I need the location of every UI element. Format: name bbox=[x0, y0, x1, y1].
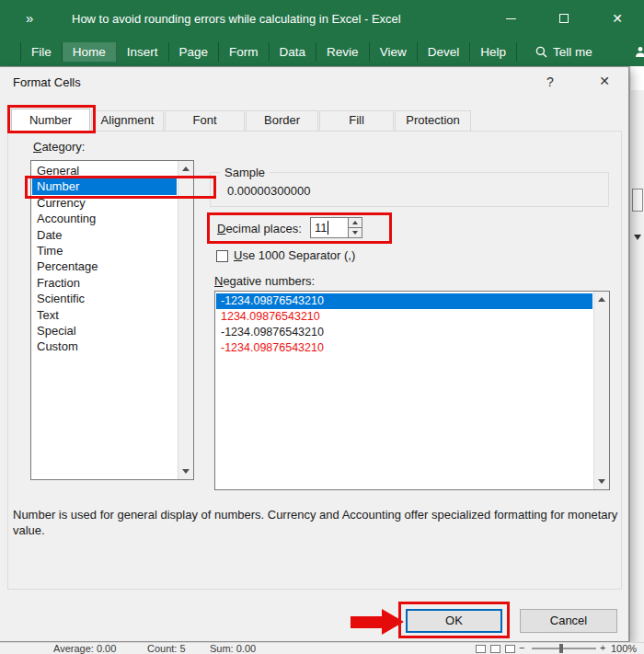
page-break-view-button[interactable] bbox=[505, 645, 515, 653]
status-average: Average: 0.00 bbox=[53, 643, 116, 654]
close-button[interactable]: ✕ bbox=[591, 0, 644, 37]
search-icon bbox=[535, 46, 547, 58]
category-item-custom[interactable]: Custom bbox=[32, 338, 177, 354]
window-controls: ✕ bbox=[484, 0, 644, 37]
category-scrollbar[interactable] bbox=[178, 161, 193, 479]
triangle-up-icon bbox=[352, 221, 358, 224]
ok-button[interactable]: OK bbox=[406, 609, 502, 633]
negative-numbers-scrollbar[interactable] bbox=[593, 292, 609, 489]
decimal-places-input[interactable]: 11 bbox=[310, 217, 362, 238]
category-item-date[interactable]: Date bbox=[32, 227, 177, 243]
view-shortcuts bbox=[476, 645, 515, 653]
scroll-down-button[interactable] bbox=[178, 464, 193, 479]
spin-up-button[interactable] bbox=[349, 218, 362, 228]
close-icon: ✕ bbox=[612, 11, 623, 26]
triangle-down-icon bbox=[352, 231, 358, 235]
negative-numbers-label: Negative numbers: bbox=[214, 274, 315, 288]
share-button[interactable]: Share bbox=[629, 42, 644, 62]
screen: » How to avoid rounding errors while cal… bbox=[0, 0, 644, 654]
use-1000-separator-label: Use 1000 Separator (,) bbox=[234, 248, 355, 262]
status-sum: Sum: 0.00 bbox=[210, 643, 256, 654]
ribbon-tab-file[interactable]: File bbox=[20, 42, 63, 62]
ribbon-tab-formulas[interactable]: Form bbox=[219, 42, 270, 62]
format-description: Number is used for general display of nu… bbox=[13, 507, 622, 538]
triangle-up-icon bbox=[598, 297, 605, 302]
negative-numbers-listbox[interactable]: -1234.09876543210 1234.09876543210 -1234… bbox=[214, 291, 610, 490]
negative-option-red[interactable]: 1234.09876543210 bbox=[216, 309, 592, 325]
page-layout-view-button[interactable] bbox=[490, 645, 500, 653]
zoom-level[interactable]: 100% bbox=[611, 643, 637, 654]
ribbon-tab-view[interactable]: View bbox=[370, 42, 418, 62]
decimal-places-spinner bbox=[348, 218, 362, 237]
dialog-tab-border[interactable]: Border bbox=[246, 110, 318, 132]
ribbon-tab-review[interactable]: Revie bbox=[316, 42, 370, 62]
spin-down-button[interactable] bbox=[349, 228, 362, 237]
maximize-icon bbox=[559, 14, 569, 23]
category-item-scientific[interactable]: Scientific bbox=[32, 291, 177, 306]
tell-me-label: Tell me bbox=[553, 45, 592, 59]
scroll-up-button[interactable] bbox=[594, 292, 609, 307]
annotation-arrow-head-icon bbox=[382, 609, 404, 635]
minimize-icon bbox=[506, 18, 516, 19]
sample-groupbox: Sample 0.00000300000 bbox=[210, 172, 609, 207]
cancel-button[interactable]: Cancel bbox=[520, 609, 617, 633]
negative-numbers-items: -1234.09876543210 1234.09876543210 -1234… bbox=[216, 293, 592, 356]
negative-option-selected[interactable]: -1234.09876543210 bbox=[216, 293, 592, 309]
status-bar: Average: 0.00 Count: 5 Sum: 0.00 − + 100… bbox=[0, 642, 644, 654]
sample-value: 0.00000300000 bbox=[227, 184, 310, 198]
zoom-slider[interactable] bbox=[532, 648, 596, 649]
scrollbar-thumb[interactable] bbox=[632, 189, 643, 212]
dialog-title: Format Cells bbox=[13, 75, 81, 89]
scroll-down-button[interactable] bbox=[594, 474, 609, 489]
dialog-tab-protection[interactable]: Protection bbox=[395, 110, 471, 132]
dialog-close-button[interactable]: ✕ bbox=[587, 70, 622, 93]
category-item-currency[interactable]: Currency bbox=[32, 195, 177, 211]
ribbon-tab-home[interactable]: Home bbox=[63, 42, 117, 62]
category-listbox[interactable]: General Number Currency Accounting Date … bbox=[30, 160, 194, 480]
dialog-tab-number[interactable]: Number bbox=[11, 109, 90, 132]
scrollbar-arrow-icon[interactable] bbox=[634, 235, 641, 240]
triangle-up-icon bbox=[182, 166, 190, 171]
category-item-percentage[interactable]: Percentage bbox=[32, 258, 177, 274]
normal-view-button[interactable] bbox=[476, 645, 486, 653]
minimize-button[interactable] bbox=[484, 0, 537, 37]
zoom-out-button[interactable]: − bbox=[519, 642, 524, 653]
status-count: Count: 5 bbox=[147, 643, 186, 654]
maximize-button[interactable] bbox=[537, 0, 591, 37]
ribbon-tab-developer[interactable]: Devel bbox=[418, 42, 471, 62]
zoom-slider-thumb[interactable] bbox=[559, 644, 563, 653]
category-item-accounting[interactable]: Accounting bbox=[32, 211, 177, 226]
dialog-help-button[interactable]: ? bbox=[537, 71, 563, 93]
ribbon-display-options-icon[interactable]: » bbox=[26, 10, 31, 26]
category-item-special[interactable]: Special bbox=[32, 323, 177, 338]
zoom-in-button[interactable]: + bbox=[600, 642, 605, 653]
negative-option-red-minus[interactable]: -1234.09876543210 bbox=[216, 340, 592, 356]
window-titlebar: » How to avoid rounding errors while cal… bbox=[0, 0, 644, 37]
negative-option-black[interactable]: -1234.09876543210 bbox=[216, 325, 592, 340]
triangle-down-icon bbox=[182, 469, 190, 474]
text-cursor bbox=[328, 221, 328, 235]
triangle-down-icon bbox=[598, 479, 605, 484]
ribbon-tab-help[interactable]: Help bbox=[470, 42, 517, 62]
category-item-fraction[interactable]: Fraction bbox=[32, 275, 177, 291]
category-item-text[interactable]: Text bbox=[32, 307, 177, 323]
worksheet-scrollbar-strip bbox=[629, 66, 644, 642]
decimal-places-value: 11 bbox=[315, 221, 328, 235]
scroll-up-button[interactable] bbox=[178, 161, 193, 177]
dialog-tab-alignment[interactable]: Alignment bbox=[91, 110, 164, 132]
window-title: How to avoid rounding errors while calcu… bbox=[72, 12, 401, 26]
dialog-tab-fill[interactable]: Fill bbox=[319, 110, 394, 132]
ribbon-tab-data[interactable]: Data bbox=[270, 42, 317, 62]
sample-label: Sample bbox=[220, 166, 270, 179]
tell-me-button[interactable]: Tell me bbox=[530, 42, 598, 62]
ribbon-tab-page-layout[interactable]: Page bbox=[169, 42, 220, 62]
category-item-number[interactable]: Number bbox=[32, 178, 177, 194]
ribbon-tab-insert[interactable]: Insert bbox=[117, 42, 169, 62]
category-items: General Number Currency Accounting Date … bbox=[32, 163, 177, 355]
category-item-general[interactable]: General bbox=[32, 163, 177, 178]
dialog-tab-font[interactable]: Font bbox=[165, 110, 245, 132]
category-item-time[interactable]: Time bbox=[32, 243, 177, 258]
format-cells-dialog: Format Cells ? ✕ Number Alignment Font B… bbox=[0, 66, 629, 642]
use-1000-separator-checkbox[interactable] bbox=[216, 250, 228, 262]
ribbon-tab-bar: File Home Insert Page Form Data Revie Vi… bbox=[0, 37, 644, 66]
